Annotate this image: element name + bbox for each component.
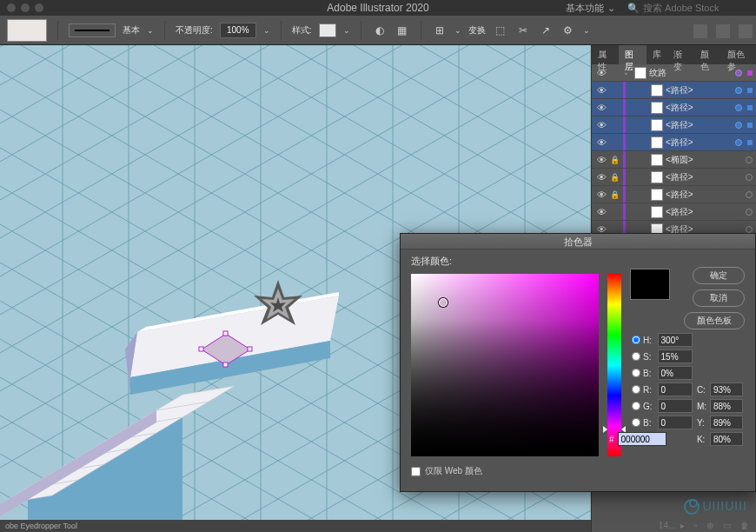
ok-button[interactable]: 确定: [693, 267, 745, 284]
color-field[interactable]: [411, 274, 599, 456]
visibility-icon[interactable]: 👁: [595, 120, 607, 130]
c-input[interactable]: [710, 382, 743, 396]
menu-icon[interactable]: [739, 24, 753, 38]
lock-slot[interactable]: 🔒: [610, 156, 620, 164]
sublayer-row[interactable]: 👁<路径>: [592, 82, 756, 99]
fill-stroke-swatch[interactable]: [7, 19, 47, 42]
sublayer-row[interactable]: 👁<路径>: [592, 203, 756, 221]
sublayer-row[interactable]: 👁<路径>: [592, 99, 756, 116]
h-radio[interactable]: H:: [632, 336, 653, 345]
r-radio[interactable]: R:: [632, 385, 653, 395]
align-icon[interactable]: ▦: [395, 23, 410, 38]
swatches-button[interactable]: 颜色色板: [684, 312, 745, 329]
style-swatch[interactable]: [319, 23, 336, 37]
sublayer-row[interactable]: 👁🔒<路径>: [592, 169, 756, 186]
disclosure-arrow-icon[interactable]: ⌄: [623, 69, 632, 76]
sublayer-row[interactable]: 👁🔒<椭圆>: [592, 151, 756, 169]
window-controls[interactable]: [7, 3, 43, 12]
s-input[interactable]: [658, 349, 693, 363]
b2-radio[interactable]: B:: [632, 418, 653, 428]
b2-input[interactable]: [658, 416, 693, 429]
sublayer-row[interactable]: 👁<路径>: [592, 134, 756, 151]
recolor-icon[interactable]: ◐: [372, 23, 388, 38]
y-input[interactable]: [710, 416, 743, 429]
visibility-icon[interactable]: 👁: [595, 207, 607, 217]
lock-slot[interactable]: 🔒: [610, 190, 620, 199]
visibility-icon[interactable]: 👁: [595, 172, 607, 183]
tab-layers[interactable]: 图层: [619, 45, 646, 64]
isolate-icon[interactable]: ⬚: [493, 23, 508, 38]
layer-name[interactable]: <路径>: [666, 171, 743, 183]
tab-swatches[interactable]: 颜色参: [721, 45, 756, 64]
layer-name[interactable]: <路径>: [666, 119, 733, 131]
arrange-icon[interactable]: [693, 24, 707, 38]
color-field-cursor[interactable]: [439, 298, 448, 307]
visibility-icon[interactable]: 👁: [595, 68, 607, 78]
close-dot[interactable]: [7, 3, 16, 12]
settings-icon[interactable]: ⚙: [560, 23, 576, 38]
zoom-dot[interactable]: [35, 3, 43, 12]
chevron-down-icon[interactable]: ⌄: [147, 26, 154, 35]
tool-icon[interactable]: ↗: [538, 23, 554, 38]
target-icon[interactable]: [746, 226, 753, 233]
target-icon[interactable]: [746, 174, 753, 181]
layer-name[interactable]: <路径>: [666, 206, 743, 218]
visibility-icon[interactable]: 👁: [595, 137, 607, 148]
target-icon[interactable]: [746, 156, 753, 163]
chevron-down-icon[interactable]: ⌄: [263, 26, 270, 35]
layer-name[interactable]: <路径>: [666, 84, 733, 96]
workspace-switcher[interactable]: 基本功能 ⌄: [566, 0, 615, 16]
layer-name[interactable]: <路径>: [666, 189, 743, 201]
target-icon[interactable]: [746, 209, 753, 216]
lock-slot[interactable]: 🔒: [610, 173, 620, 182]
chevron-down-icon[interactable]: ⌄: [343, 26, 350, 35]
crop-icon[interactable]: ✂: [515, 23, 531, 38]
stock-search[interactable]: 🔍: [627, 0, 747, 16]
visibility-icon[interactable]: 👁: [595, 103, 607, 113]
sublayer-row[interactable]: 👁<路径>: [592, 116, 756, 134]
opacity-input[interactable]: [220, 23, 256, 38]
sublayer-row[interactable]: 👁🔒<路径>: [592, 186, 756, 203]
layer-name[interactable]: 纹路: [649, 67, 733, 79]
align-group-icon[interactable]: ⊞: [432, 23, 448, 38]
tab-libraries[interactable]: 库: [647, 45, 667, 64]
b-input[interactable]: [658, 366, 693, 380]
target-icon[interactable]: [735, 70, 742, 76]
minimize-dot[interactable]: [21, 3, 30, 12]
b-radio[interactable]: B:: [632, 369, 653, 378]
visibility-icon[interactable]: 👁: [595, 155, 607, 165]
tab-properties[interactable]: 属性: [592, 45, 619, 64]
h-input[interactable]: [658, 333, 693, 347]
layer-thumb: [651, 189, 663, 201]
target-icon[interactable]: [735, 104, 742, 111]
hue-slider[interactable]: [607, 274, 621, 456]
r-input[interactable]: [658, 382, 693, 396]
target-icon[interactable]: [746, 191, 753, 198]
cancel-button[interactable]: 取消: [693, 289, 745, 307]
chevron-down-icon[interactable]: ⌄: [454, 26, 461, 35]
bar-icon[interactable]: [716, 24, 730, 38]
tab-color[interactable]: 颜色: [694, 45, 721, 64]
g-radio[interactable]: G:: [632, 402, 653, 411]
color-picker-dialog[interactable]: 拾色器 选择颜色: 确定 取消 颜色色板 H: S: B: R: G: B: [400, 233, 756, 492]
layer-name[interactable]: <路径>: [666, 136, 733, 149]
visibility-icon[interactable]: 👁: [595, 190, 607, 200]
web-only-checkbox[interactable]: [411, 467, 421, 476]
layer-name[interactable]: <椭圆>: [666, 154, 743, 166]
visibility-icon[interactable]: 👁: [595, 85, 607, 96]
layer-root[interactable]: 👁 ⌄ 纹路: [592, 64, 756, 82]
tab-gradient[interactable]: 渐变: [667, 45, 694, 64]
chevron-down-icon[interactable]: ⌄: [583, 26, 590, 35]
hex-input[interactable]: [618, 432, 666, 446]
target-icon[interactable]: [735, 139, 742, 146]
target-icon[interactable]: [735, 87, 742, 94]
target-icon[interactable]: [735, 122, 742, 129]
g-input[interactable]: [658, 399, 693, 413]
m-input[interactable]: [710, 399, 743, 413]
svg-rect-130: [223, 362, 228, 367]
stroke-preview[interactable]: [69, 23, 116, 37]
k-input[interactable]: [710, 432, 743, 446]
s-radio[interactable]: S:: [632, 352, 653, 362]
layer-name[interactable]: <路径>: [666, 102, 733, 114]
stock-search-input[interactable]: [643, 3, 747, 13]
